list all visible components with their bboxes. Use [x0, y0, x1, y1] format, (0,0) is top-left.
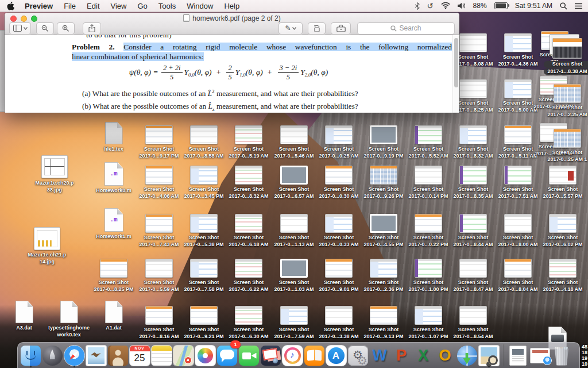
desktop-icon-screen-shot[interactable]: Screen Shot2017-0...1.07 PM [407, 306, 450, 340]
desktop-icon-screen-shot[interactable]: Screen Shot2017-0...8.32 AM [227, 166, 270, 200]
desktop-icon-screen-shot[interactable]: Screen Shot2017-0...4.06 AM [137, 166, 181, 200]
desktop-icon-screen-shot[interactable]: Screen Shot2017-0...25 AM 1 [546, 129, 588, 163]
dock-globe-download-icon[interactable] [456, 343, 478, 368]
menu-view[interactable]: View [111, 2, 127, 10]
dock-system-preferences-icon[interactable]: ⚙ [347, 343, 369, 368]
rotate-button[interactable] [308, 22, 326, 34]
desktop-icon-screen-shot[interactable]: Screen Shot2017-0...8.47 AM [451, 259, 495, 293]
desktop-icon-screen-shot[interactable]: Screen Shot2017-0...5.46 AM [272, 125, 316, 159]
desktop-icon-screen-shot[interactable]: Screen Shot2017-0...8.25 PM [92, 259, 136, 293]
desktop-icon-screen-shot[interactable]: Screen Shot2017-0...3.45 PM [182, 166, 226, 200]
dock-photo-booth-icon[interactable] [260, 343, 281, 368]
desktop-icon-screen-shot[interactable]: Screen Shot2017-0...4.55 PM [362, 214, 405, 248]
dock-stack-documents-icon[interactable] [507, 343, 529, 368]
dock-notes-icon[interactable] [150, 343, 172, 368]
desktop-icon-screen-shot[interactable]: Screen Shot2017-0...6.02 PM [541, 214, 585, 248]
desktop-icon-screen-shot[interactable]: Screen Shot2017-0...5.19 AM [227, 125, 270, 159]
dock-ibooks-icon[interactable] [303, 343, 325, 368]
desktop-icon-screen-shot[interactable]: Screen Shot2017-0...9.17 PM [137, 125, 181, 159]
desktop-icon-screen-shot[interactable]: Screen Shot2017-0...9.26 PM [362, 166, 405, 200]
desktop-icon-screen-shot[interactable]: Screen Shot2017-0...1.03 AM [272, 259, 316, 293]
dock-outlook-icon[interactable]: O [434, 343, 456, 368]
desktop-icon-screen-shot[interactable]: Screen Shot2017-0...6.22 AM [227, 259, 270, 293]
desktop-icon-screen-shot[interactable]: Screen Shot2017-0...8.58 AM [182, 125, 226, 159]
desktop-icon-screen-shot[interactable]: Screen Shot2017-0...4.18 AM [541, 259, 585, 293]
desktop-icon-typesettinghome[interactable]: typesettinghomework0.tex [47, 301, 91, 338]
search-input[interactable]: Search [357, 22, 455, 34]
desktop-icon-screen-shot[interactable]: Screen Shot2017-0...5.38 PM [182, 214, 226, 248]
time-machine-icon[interactable]: ↺ [427, 2, 434, 10]
desktop-icon-screen-shot[interactable]: Screen Shot2017-0...6.57 AM [272, 166, 316, 200]
dock-preview-icon[interactable] [478, 343, 500, 368]
dock-powerpoint-icon[interactable]: P [390, 343, 412, 368]
desktop-icon-screen-shot[interactable]: Screen Shot2017-0...5.52 AM [407, 125, 450, 159]
desktop-icon-screen-shot[interactable]: Screen Shot2017-0...0.33 AM [317, 214, 361, 248]
desktop-icon-screen-shot[interactable]: Screen Shot2017-0...0.14 PM [407, 166, 450, 200]
desktop-icon-screen-shot[interactable]: Screen Shot2017-0...2.25 AM [546, 84, 588, 118]
desktop-icon-screen-shot[interactable]: Screen Shot2017-0...7.43 AM [137, 214, 181, 248]
desktop-icon-homework0.m[interactable]: Homework0.m [92, 162, 136, 194]
dock-stack-webpage-icon[interactable] [529, 343, 551, 368]
dock-itunes-icon[interactable]: ♪ [281, 343, 303, 368]
desktop-icon-screen-shot[interactable]: Screen Shot2017-0...5.57 PM [541, 166, 585, 200]
dock-trash-icon[interactable] [551, 343, 572, 368]
dock-launchpad-icon[interactable] [41, 343, 63, 368]
desktop-icon-screen-shot[interactable]: Screen Shot2017-0...6.18 AM [227, 214, 270, 248]
zoom-in-button[interactable] [57, 22, 75, 34]
bluetooth-icon[interactable] [415, 2, 420, 10]
desktop-icon-screen-shot[interactable]: Screen Shot2017-0...2.36 PM [362, 259, 405, 293]
desktop-icon-screen-shot[interactable]: Screen Shot2017-0...8.00 AM [496, 214, 540, 248]
desktop-icon-screen-shot[interactable]: Screen Shot2017-0...8.16 AM [137, 306, 181, 340]
menu-tools[interactable]: Tools [158, 2, 176, 10]
dock-maps-icon[interactable] [172, 343, 194, 368]
desktop-icon-screen-shot[interactable]: Screen Shot2017-0...6.30 AM [227, 306, 270, 340]
wifi-icon[interactable] [441, 2, 450, 9]
menu-window[interactable]: Window [187, 2, 213, 10]
desktop-icon-homework1.m[interactable]: Homework1.m [92, 208, 136, 240]
dock-calendar-icon[interactable]: NOV25 [129, 343, 150, 368]
desktop-icon-file1.tex[interactable]: file1.tex [92, 122, 136, 153]
desktop-icon-screen-shot[interactable]: Screen Shot2017-0...1.00 PM [407, 259, 450, 293]
desktop-icon-screen-shot[interactable]: Screen Shot2017-0...5.59 AM [137, 259, 181, 293]
sidebar-view-button[interactable] [9, 22, 31, 34]
desktop-icon-screen-shot[interactable]: Screen Shot2017-1...8.38 AM [546, 38, 588, 75]
dock-excel-icon[interactable]: X [412, 343, 434, 368]
desktop-icon-screen-shot[interactable]: Screen Shot2017-0...0.22 PM [407, 214, 450, 248]
markup-toolbox-button[interactable] [331, 22, 351, 34]
dock-finder-icon[interactable] [20, 343, 41, 368]
dock-photos-icon[interactable] [194, 343, 216, 368]
desktop-icon-screen-shot[interactable]: Screen Shot2017-0...7.58 PM [182, 259, 226, 293]
menu-preview[interactable]: Preview [25, 2, 53, 10]
desktop-icon-screen-shot[interactable]: Screen Shot2017-0...9.19 PM [362, 125, 405, 159]
desktop-icon-screen-shot[interactable]: Screen Shot2017-0...9.13 PM [362, 306, 405, 340]
share-button[interactable] [83, 22, 101, 34]
spotlight-icon[interactable] [560, 2, 567, 10]
desktop-icon-screen-shot[interactable]: Screen Shot2017-0...7.59 AM [272, 306, 316, 340]
desktop-icon-screen-shot[interactable]: Screen Shot2017-0...8.04 AM [496, 259, 540, 293]
desktop-icon-screen-shot[interactable]: Screen Shot2017-0...8.35 AM [451, 166, 495, 200]
desktop-icon-a3.dat[interactable]: A3.dat [2, 301, 46, 332]
desktop-icon-mazur1e.ch20.p[interactable]: Mazur1e.ch20.p38.jpg [33, 155, 76, 193]
desktop-icon-screen-shot[interactable]: Screen Shot2017-0...1.13 AM [272, 214, 316, 248]
menu-go[interactable]: Go [137, 2, 147, 10]
desktop-icon-screen-shot[interactable]: Screen Shot2017-0...3.38 AM [317, 306, 361, 340]
desktop-icon-screen-shot[interactable]: Screen Shot2017-0...9.21 PM [182, 306, 226, 340]
markup-pencil-button[interactable]: ✎ [278, 22, 303, 34]
scrollbar[interactable] [452, 35, 459, 113]
dock-facetime-icon[interactable] [238, 343, 260, 368]
menu-help[interactable]: Help [224, 2, 239, 10]
zoom-out-button[interactable] [36, 22, 54, 34]
desktop-icon-screen-shot[interactable]: Screen Shot2017-0...8.32 AM [451, 125, 495, 159]
desktop-icon-a1.dat[interactable]: A1.dat [92, 301, 136, 332]
dock-mail-icon[interactable] [85, 343, 107, 368]
dock-word-icon[interactable]: W [369, 343, 390, 368]
desktop-icon-screen-shot[interactable]: Screen Shot2017-0...7.51 AM [496, 166, 540, 200]
apple-menu-icon[interactable] [7, 2, 14, 10]
desktop-icon-screen-shot[interactable]: Screen Shot2017-0...9.01 PM [317, 259, 361, 293]
scrollbar-thumb[interactable] [454, 38, 458, 87]
menu-edit[interactable]: Edit [87, 2, 99, 10]
desktop-icon-mazur1e.ch21.p[interactable]: Mazur1e.ch21.p14.jpg [25, 227, 69, 265]
dock-messages-icon[interactable]: 1 [216, 343, 238, 368]
menu-file[interactable]: File [64, 2, 76, 10]
dock-app-store-icon[interactable]: A [325, 343, 347, 368]
